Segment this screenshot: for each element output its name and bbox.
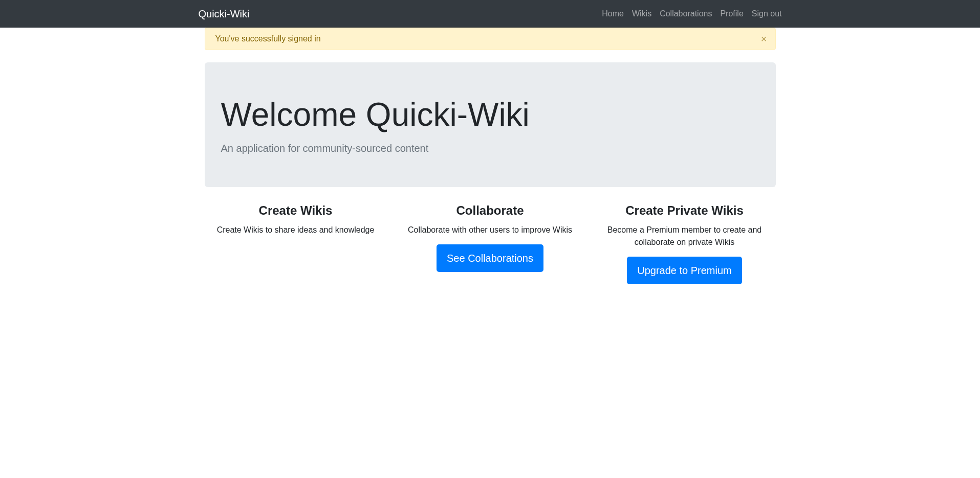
feature-create-wikis: Create Wikis Create Wikis to share ideas… bbox=[205, 203, 387, 284]
nav-home[interactable]: Home bbox=[602, 9, 624, 18]
jumbotron-title: Welcome Quicki-Wiki bbox=[221, 95, 759, 134]
jumbotron-subtitle: An application for community-sourced con… bbox=[221, 143, 759, 154]
navbar: Quicki-Wiki Home Wikis Collaborations Pr… bbox=[0, 0, 980, 28]
feature-row: Create Wikis Create Wikis to share ideas… bbox=[205, 203, 776, 284]
feature-private-text: Become a Premium member to create and co… bbox=[594, 224, 776, 248]
feature-collaborate-title: Collaborate bbox=[399, 203, 581, 218]
nav-wikis[interactable]: Wikis bbox=[632, 9, 651, 18]
feature-create-title: Create Wikis bbox=[205, 203, 387, 218]
nav-collaborations[interactable]: Collaborations bbox=[660, 9, 712, 18]
alert-close-button[interactable]: × bbox=[761, 34, 767, 44]
nav-links: Home Wikis Collaborations Profile Sign o… bbox=[602, 9, 781, 18]
feature-private-title: Create Private Wikis bbox=[594, 203, 776, 218]
alert-message: You've successfully signed in bbox=[215, 34, 321, 43]
see-collaborations-button[interactable]: See Collaborations bbox=[437, 244, 543, 272]
feature-collaborate-text: Collaborate with other users to improve … bbox=[399, 224, 581, 236]
upgrade-premium-button[interactable]: Upgrade to Premium bbox=[627, 257, 742, 284]
jumbotron: Welcome Quicki-Wiki An application for c… bbox=[205, 62, 776, 187]
nav-profile[interactable]: Profile bbox=[720, 9, 743, 18]
brand-link[interactable]: Quicki-Wiki bbox=[199, 8, 250, 20]
alert-success: You've successfully signed in × bbox=[205, 28, 776, 50]
feature-collaborate: Collaborate Collaborate with other users… bbox=[399, 203, 581, 284]
feature-create-text: Create Wikis to share ideas and knowledg… bbox=[205, 224, 387, 236]
feature-private-wikis: Create Private Wikis Become a Premium me… bbox=[594, 203, 776, 284]
nav-signout[interactable]: Sign out bbox=[752, 9, 782, 18]
